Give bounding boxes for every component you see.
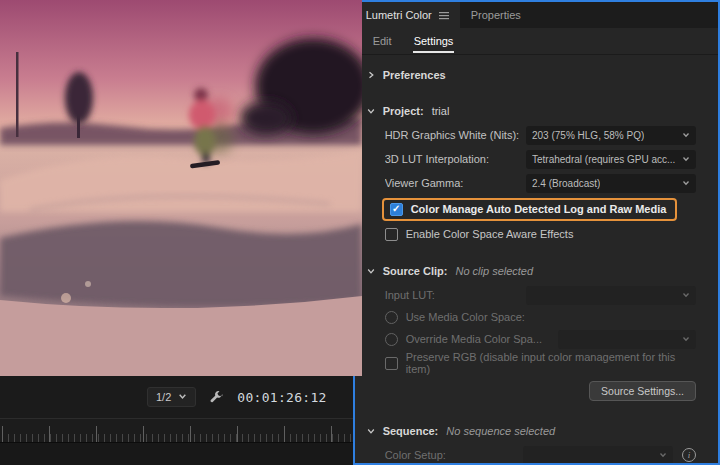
video-preview <box>0 0 353 376</box>
use-media-row: Use Media Color Space: <box>367 307 696 327</box>
tab-lumetri-color[interactable]: Lumetri Color <box>355 2 460 28</box>
checkbox-aware-effects[interactable] <box>385 228 398 241</box>
hdr-white-label: HDR Graphics White (Nits): <box>385 129 526 141</box>
preserve-rgb-row: Preserve RGB (disable input color manage… <box>367 351 696 375</box>
override-row: Override Media Color Spa... <box>367 327 696 351</box>
section-sequence[interactable]: Sequence: No sequence selected <box>367 419 696 443</box>
tab-properties[interactable]: Properties <box>460 2 532 28</box>
preferences-label: Preferences <box>383 69 446 81</box>
color-setup-dropdown[interactable] <box>523 446 673 464</box>
chevron-down-icon <box>655 451 667 459</box>
tab-edit[interactable]: Edit <box>372 30 393 53</box>
sequence-label: Sequence: <box>383 425 439 437</box>
input-lut-row: Input LUT: <box>367 283 696 307</box>
section-source-clip[interactable]: Source Clip: No clip selected <box>367 259 696 283</box>
radio-use-media-color-space[interactable] <box>385 311 398 324</box>
color-manage-row: ✓ Color Manage Auto Detected Log and Raw… <box>367 195 696 223</box>
hdr-white-dropdown[interactable]: 203 (75% HLG, 58% PQ) <box>526 126 696 145</box>
checkbox-color-manage[interactable]: ✓ <box>390 203 403 216</box>
input-lut-label: Input LUT: <box>385 289 526 301</box>
viewer-gamma-label: Viewer Gamma: <box>385 177 526 189</box>
premiere-window: 1/2 00:01:26:12 Lumetri Color <box>0 0 720 465</box>
tab-lumetri-label: Lumetri Color <box>366 9 432 21</box>
color-setup-row: Color Setup: i <box>367 443 696 463</box>
lut-interpolation-dropdown[interactable]: Tetrahedral (requires GPU acc... <box>526 150 696 169</box>
chevron-down-icon <box>678 131 690 139</box>
highlight-box: ✓ Color Manage Auto Detected Log and Raw… <box>382 198 678 221</box>
source-clip-status: No clip selected <box>455 265 533 277</box>
settings-wrench-icon[interactable] <box>209 390 224 405</box>
viewer-gamma-dropdown[interactable]: 2.4 (Broadcast) <box>526 174 696 193</box>
transport-bar: 1/2 00:01:26:12 <box>0 376 353 418</box>
chevron-down-icon <box>678 155 690 163</box>
project-label: Project: <box>383 105 424 117</box>
lumetri-color-panel: Lumetri Color Properties Edit Settings <box>353 0 720 465</box>
source-settings-row: Source Settings... <box>367 375 696 405</box>
chevron-down-icon <box>678 291 690 299</box>
monitor-footer <box>0 443 353 465</box>
skatepark-video-frame <box>0 0 362 376</box>
chevron-down-icon <box>365 427 377 435</box>
zoom-level-select[interactable]: 1/2 <box>147 387 196 407</box>
setting-row-hdr-white: HDR Graphics White (Nits): 203 (75% HLG,… <box>367 123 696 147</box>
setting-row-viewer-gamma: Viewer Gamma: 2.4 (Broadcast) <box>367 171 696 195</box>
setting-row-lut-interpolation: 3D LUT Interpolation: Tetrahedral (requi… <box>367 147 696 171</box>
current-timecode[interactable]: 00:01:26:12 <box>237 390 326 405</box>
preserve-rgb-label: Preserve RGB (disable input color manage… <box>406 351 696 375</box>
lumetri-subtabs: Edit Settings <box>355 28 718 55</box>
aware-effects-row: Enable Color Space Aware Effects <box>367 223 696 245</box>
zoom-level-value: 1/2 <box>156 391 171 403</box>
chevron-right-icon <box>367 69 375 81</box>
aware-effects-label: Enable Color Space Aware Effects <box>406 228 574 240</box>
override-label: Override Media Color Spa... <box>406 333 542 345</box>
color-manage-label: Color Manage Auto Detected Log and Raw M… <box>411 203 667 215</box>
override-dropdown[interactable] <box>558 330 696 349</box>
checkbox-preserve-rgb[interactable] <box>385 357 398 370</box>
program-monitor: 1/2 00:01:26:12 <box>0 0 353 465</box>
color-setup-label: Color Setup: <box>385 449 523 461</box>
source-clip-label: Source Clip: <box>383 265 448 277</box>
use-media-label: Use Media Color Space: <box>406 311 525 323</box>
hdr-white-value: 203 (75% HLG, 58% PQ) <box>532 130 644 141</box>
input-lut-dropdown[interactable] <box>526 286 696 305</box>
chevron-down-icon <box>365 267 377 275</box>
section-project[interactable]: Project: trial <box>367 99 696 123</box>
section-preferences[interactable]: Preferences <box>367 63 696 87</box>
panel-menu-icon[interactable] <box>439 11 449 20</box>
timeline-ruler[interactable] <box>0 418 353 443</box>
chevron-down-icon <box>365 107 377 115</box>
info-icon[interactable]: i <box>682 448 696 462</box>
panel-tab-bar: Lumetri Color Properties <box>355 2 718 28</box>
source-settings-button[interactable]: Source Settings... <box>589 381 696 401</box>
tab-settings[interactable]: Settings <box>413 30 455 53</box>
chevron-down-icon <box>678 335 690 343</box>
chevron-down-icon <box>678 179 690 187</box>
lut-interpolation-value: Tetrahedral (requires GPU acc... <box>532 154 675 165</box>
radio-override-color-space[interactable] <box>385 333 398 346</box>
settings-panel-body: Preferences Project: trial HDR Graphics … <box>355 55 718 463</box>
viewer-gamma-value: 2.4 (Broadcast) <box>532 178 600 189</box>
check-icon: ✓ <box>392 204 400 214</box>
sequence-status: No sequence selected <box>446 425 555 437</box>
lut-interpolation-label: 3D LUT Interpolation: <box>385 153 526 165</box>
tab-properties-label: Properties <box>471 9 521 21</box>
project-name: trial <box>432 105 450 117</box>
chevron-down-icon <box>178 391 187 403</box>
